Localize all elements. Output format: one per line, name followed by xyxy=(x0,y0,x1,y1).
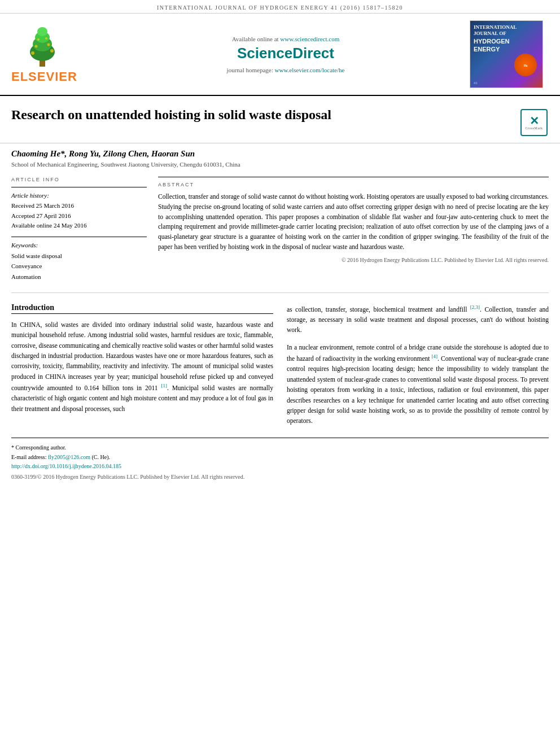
journal-url-link[interactable]: www.elsevier.com/locate/he xyxy=(275,67,345,73)
footnote-corresponding: * Corresponding author. xyxy=(11,443,549,452)
abstract-section: Abstract Collection, transfer and storag… xyxy=(158,177,549,263)
abstract-col: Abstract Collection, transfer and storag… xyxy=(158,177,549,282)
svg-point-7 xyxy=(35,45,38,47)
cover-title-energy: ENERGY xyxy=(474,46,539,53)
svg-point-9 xyxy=(37,38,40,41)
keyword-3: Automation xyxy=(11,272,147,282)
body-para2: as collection, transfer, storage, bioche… xyxy=(287,303,549,335)
ref-1-link[interactable]: [1] xyxy=(161,383,167,388)
cover-title-line1: International Journal of xyxy=(474,24,539,37)
doi-link[interactable]: http://dx.doi.org/10.1016/j.ijhydene.201… xyxy=(11,463,549,469)
journal-cover-image: International Journal of HYDROGEN ENERGY… xyxy=(470,20,543,88)
crossmark-inner: ✕ CrossMark xyxy=(520,109,548,136)
elsevier-logo: ELSEVIER xyxy=(11,25,102,84)
article-title-section: Research on unattended hoisting in solid… xyxy=(0,96,560,143)
article-history-title: Article history: xyxy=(11,192,147,199)
footnote-star-label: * Corresponding author. xyxy=(11,444,66,451)
journal-homepage-line: journal homepage: www.elsevier.com/locat… xyxy=(113,67,458,73)
body-col-left: Introduction In CHINA, solid wastes are … xyxy=(11,303,273,426)
authors-line: Chaoming He*, Rong Yu, Zilong Chen, Haor… xyxy=(11,149,549,159)
svg-point-8 xyxy=(47,43,50,46)
header: ELSEVIER Available online at www.science… xyxy=(0,14,560,96)
issn-line: 0360-3199/© 2016 Hydrogen Energy Publica… xyxy=(11,474,549,480)
svg-point-5 xyxy=(31,51,34,55)
sciencedirect-info: Available online at www.sciencedirect.co… xyxy=(102,36,470,73)
article-info-heading: Article Info xyxy=(11,177,147,182)
body-para2-text: as collection, transfer, storage, bioche… xyxy=(287,306,470,313)
body-content: Introduction In CHINA, solid wastes are … xyxy=(0,293,560,426)
authors-section: Chaoming He*, Rong Yu, Zilong Chen, Haor… xyxy=(0,143,560,171)
footnote-email-suffix: (C. He). xyxy=(92,454,111,460)
body-col-right: as collection, transfer, storage, bioche… xyxy=(287,303,549,426)
available-online-text: Available online at www.sciencedirect.co… xyxy=(113,36,458,42)
elsevier-tree-icon xyxy=(11,25,73,67)
journal-topbar: International Journal of Hydrogen Energy… xyxy=(0,0,560,14)
abstract-text: Collection, transfer and storage of soli… xyxy=(158,192,549,252)
article-title: Research on unattended hoisting in solid… xyxy=(11,106,331,124)
crossmark-cross-icon: ✕ xyxy=(530,115,539,126)
copyright-line: © 2016 Hydrogen Energy Publications LLC.… xyxy=(158,257,549,263)
cover-circle-graphic: H₂ xyxy=(514,54,537,76)
body-para3: In a nuclear environment, remote control… xyxy=(287,342,549,426)
footnote-email-line: E-mail address: fly2005@126.com (C. He). xyxy=(11,452,549,462)
crossmark-badge[interactable]: ✕ CrossMark xyxy=(520,109,549,137)
elsevier-logo-area: ELSEVIER xyxy=(11,25,102,84)
body-para1-text: In CHINA, solid wastes are divided into … xyxy=(11,321,273,391)
intro-heading: Introduction xyxy=(11,303,273,314)
svg-point-10 xyxy=(45,37,47,40)
accepted-date: Accepted 27 April 2016 xyxy=(11,211,147,221)
ref-23-link[interactable]: [2,3] xyxy=(470,304,480,310)
article-info-abstract: Article Info Article history: Received 2… xyxy=(0,171,560,282)
keyword-2: Conveyance xyxy=(11,261,147,272)
received-date: Received 25 March 2016 xyxy=(11,201,147,211)
footnote-email-link[interactable]: fly2005@126.com xyxy=(48,454,90,460)
journal-name-text: International Journal of Hydrogen Energy… xyxy=(157,5,403,11)
cover-bottom-text: 41 xyxy=(474,81,478,85)
svg-point-4 xyxy=(37,27,47,36)
abstract-heading: Abstract xyxy=(158,182,549,187)
ref-4-link[interactable]: [4] xyxy=(432,353,438,359)
keywords-title: Keywords: xyxy=(11,242,147,248)
keyword-1: Solid waste disposal xyxy=(11,251,147,261)
article-history-block: Article history: Received 25 March 2016 … xyxy=(11,187,147,231)
body-para3-cont: . Conventional way of nuclear-grade cran… xyxy=(287,355,549,424)
body-para1: In CHINA, solid wastes are divided into … xyxy=(11,320,273,414)
journal-cover-area: International Journal of HYDROGEN ENERGY… xyxy=(470,20,549,88)
cover-title-hydrogen: HYDROGEN xyxy=(474,38,539,45)
sd-url-link[interactable]: www.sciencedirect.com xyxy=(280,36,339,42)
keywords-section: Keywords: Solid waste disposal Conveyanc… xyxy=(11,237,147,282)
article-info-col: Article Info Article history: Received 2… xyxy=(11,177,147,282)
crossmark-label: CrossMark xyxy=(525,126,542,130)
sciencedirect-brand: ScienceDirect xyxy=(113,45,458,62)
affiliation-line: School of Mechanical Engineering, Southw… xyxy=(11,161,549,168)
elsevier-wordmark: ELSEVIER xyxy=(11,69,77,84)
footnote-email-label: E-mail address: xyxy=(11,454,46,460)
available-online-date: Available online 24 May 2016 xyxy=(11,221,147,231)
svg-point-6 xyxy=(50,49,54,53)
footnote-section: * Corresponding author. E-mail address: … xyxy=(11,438,549,480)
